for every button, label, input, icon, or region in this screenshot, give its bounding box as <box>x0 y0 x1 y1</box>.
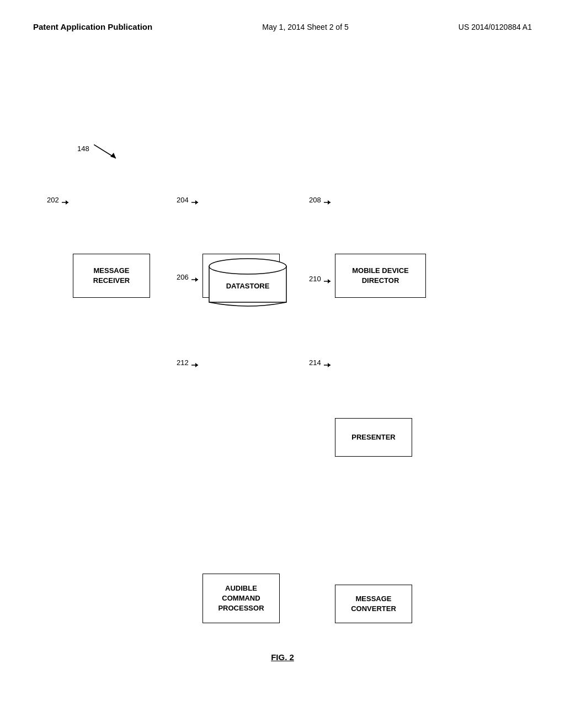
ref-212-arrow-icon <box>191 360 201 370</box>
ref-210-arrow-icon <box>324 276 334 286</box>
ref-212-label: 212 <box>177 358 189 367</box>
diagram-area: 148 202 MESSAGERECEIVER 204 <box>33 110 532 618</box>
svg-text:DATASTORE: DATASTORE <box>226 282 270 290</box>
ref-204-arrow-icon <box>191 197 201 207</box>
header-right: US 2014/0120884 A1 <box>459 23 532 31</box>
ref-214-label: 214 <box>309 358 321 367</box>
ref-210-group: 210 PRESENTER <box>328 264 406 302</box>
svg-marker-9 <box>195 277 198 282</box>
ref-208-arrow-icon <box>324 197 334 207</box>
svg-marker-14 <box>328 279 331 283</box>
figure-caption: FIG. 2 <box>271 652 294 662</box>
page: Patent Application Publication May 1, 20… <box>0 0 565 728</box>
svg-marker-5 <box>195 200 198 205</box>
ref-208-label: 208 <box>309 196 321 204</box>
box-message-receiver: MESSAGERECEIVER <box>73 254 150 298</box>
svg-marker-3 <box>66 200 68 205</box>
ref-206-arrow-icon <box>191 275 201 285</box>
ref-148-arrow-icon <box>94 144 127 161</box>
ref-206-label: 206 <box>177 273 189 281</box>
ref-214-arrow-icon <box>324 360 334 370</box>
ref-202-label: 202 <box>47 196 59 204</box>
ref-206-group: 206 DATASTORE <box>196 256 287 314</box>
box-audible-command-processor: AUDIBLECOMMANDPROCESSOR <box>202 574 280 623</box>
ref-148-label: 148 <box>77 144 89 153</box>
box-message-converter: MESSAGECONVERTER <box>335 585 412 623</box>
header-center: May 1, 2014 Sheet 2 of 5 <box>262 23 348 31</box>
box-presenter: PRESENTER <box>335 418 412 457</box>
ref-208-group: 208 MOBILE DEVICEDIRECTOR <box>328 182 419 226</box>
ref-204-group: 204 MESSAGEPARSER <box>196 182 273 226</box>
datastore-cylinder-icon: DATASTORE <box>202 256 294 312</box>
svg-marker-18 <box>328 363 331 367</box>
page-header: Patent Application Publication May 1, 20… <box>33 22 532 31</box>
ref-210-label: 210 <box>309 275 321 283</box>
svg-marker-7 <box>328 200 331 205</box>
ref-202-arrow-icon <box>62 197 72 207</box>
svg-point-11 <box>209 259 286 274</box>
header-left: Patent Application Publication <box>33 22 152 31</box>
ref-204-label: 204 <box>177 196 189 204</box>
svg-marker-16 <box>195 363 198 367</box>
ref-148-group: 148 <box>77 143 89 153</box>
ref-214-group: 214 MESSAGECONVERTER <box>328 347 406 386</box>
ref-202-group: 202 MESSAGERECEIVER <box>66 182 143 226</box>
ref-212-group: 212 AUDIBLECOMMANDPROCESSOR <box>196 342 273 392</box>
